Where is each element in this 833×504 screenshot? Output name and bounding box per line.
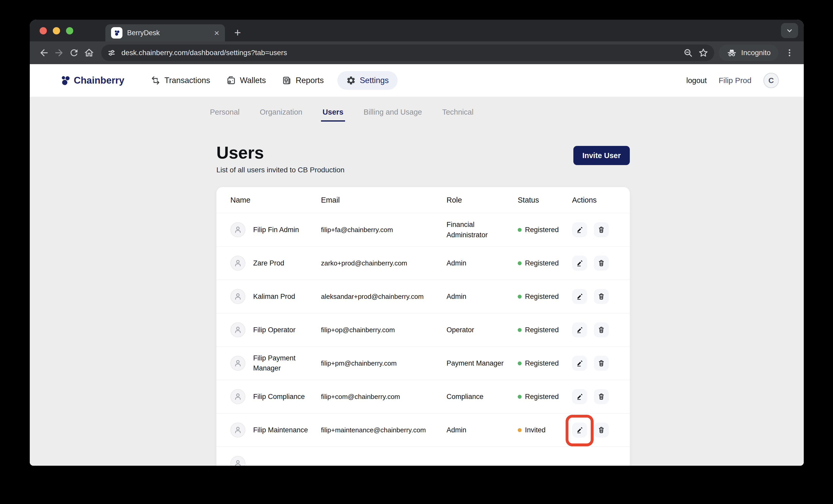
edit-user-button[interactable]	[572, 289, 587, 304]
user-name: Filip Operator	[253, 325, 295, 335]
user-avatar-placeholder	[230, 456, 245, 466]
tab-organization[interactable]: Organization	[258, 108, 304, 122]
delete-user-button[interactable]	[594, 222, 609, 237]
delete-user-button[interactable]	[594, 256, 609, 271]
logout-button[interactable]: logout	[686, 76, 707, 85]
nav-item-transactions[interactable]: Transactions	[148, 71, 213, 90]
table-row: Zare Prod zarko+prod@chainberry.com Admi…	[216, 246, 630, 280]
person-icon	[234, 259, 242, 268]
pencil-edit-icon	[576, 293, 584, 300]
pencil-edit-icon	[576, 326, 584, 334]
users-section: Users List of all users invited to CB Pr…	[216, 122, 630, 466]
user-email: filip+pm@chainberry.com	[321, 359, 447, 368]
address-bar[interactable]: desk.chainberry.com/dashboard/settings?t…	[101, 45, 714, 61]
browser-tab[interactable]: BerryDesk ×	[105, 24, 225, 42]
user-avatar-placeholder	[230, 423, 245, 437]
trash-delete-icon	[597, 293, 605, 300]
tab-close-icon[interactable]: ×	[214, 28, 219, 37]
page-content: Chainberry Transactions	[30, 64, 804, 466]
site-settings-icon[interactable]	[107, 48, 116, 57]
tab-billing-and-usage[interactable]: Billing and Usage	[362, 108, 424, 122]
bookmark-star-icon[interactable]	[698, 48, 709, 58]
nav-label: Transactions	[164, 76, 210, 85]
new-tab-button[interactable]: +	[234, 27, 241, 38]
status-dot	[518, 228, 522, 232]
status-dot	[518, 328, 522, 332]
url-text[interactable]: desk.chainberry.com/dashboard/settings?t…	[121, 49, 678, 57]
wallet-icon	[226, 76, 236, 85]
settings-tabs: Personal Organization Users Billing and …	[208, 108, 804, 122]
edit-user-button[interactable]	[572, 356, 587, 371]
table-row: Filip Maintenance filip+maintenance@chai…	[216, 413, 630, 447]
incognito-badge: Incognito	[719, 45, 778, 61]
gear-icon	[346, 76, 356, 85]
table-body: Filip Fin Admin filip+fa@chainberry.com …	[216, 213, 630, 466]
edit-user-button[interactable]	[572, 222, 587, 237]
delete-user-button[interactable]	[594, 356, 609, 371]
user-name: Kaliman Prod	[253, 292, 295, 302]
invite-user-button[interactable]: Invite User	[573, 146, 630, 165]
nav-item-wallets[interactable]: Wallets	[224, 71, 268, 90]
delete-user-button[interactable]	[594, 423, 609, 437]
zoom-out-indicator-icon[interactable]	[683, 48, 693, 58]
user-avatar-placeholder	[230, 222, 245, 237]
browser-toolbar: desk.chainberry.com/dashboard/settings?t…	[30, 42, 804, 64]
nav-item-reports[interactable]: Reports	[279, 71, 327, 90]
user-name-label: Filip Prod	[719, 76, 752, 85]
main-nav: Transactions Wallets	[148, 71, 397, 90]
tab-personal[interactable]: Personal	[208, 108, 241, 122]
status-dot	[518, 261, 522, 265]
status-label: Registered	[525, 393, 559, 401]
user-email: filip+com@chainberry.com	[321, 393, 447, 401]
trash-delete-icon	[597, 426, 605, 434]
status-label: Registered	[525, 359, 559, 368]
maximize-window-button[interactable]	[66, 27, 73, 34]
close-window-button[interactable]	[40, 27, 47, 34]
table-row: Filip Operator filip+op@chainberry.com O…	[216, 313, 630, 347]
nav-label: Reports	[295, 76, 324, 85]
user-role: Operator	[447, 325, 513, 335]
transactions-icon	[151, 76, 161, 85]
nav-item-settings[interactable]: Settings	[337, 71, 398, 90]
delete-user-button[interactable]	[594, 322, 609, 337]
person-icon	[234, 392, 242, 401]
delete-user-button[interactable]	[594, 389, 609, 404]
edit-user-button[interactable]	[572, 423, 587, 437]
user-role: Admin	[447, 258, 513, 269]
tab-users[interactable]: Users	[321, 108, 345, 122]
back-arrow-icon	[39, 47, 49, 58]
tab-title: BerryDesk	[127, 29, 209, 37]
reload-button[interactable]	[67, 45, 81, 60]
trash-delete-icon	[597, 359, 605, 367]
user-role: Payment Manager	[447, 358, 513, 369]
edit-user-button[interactable]	[572, 256, 587, 271]
desktop: { "browser": { "tab_title": "BerryDesk",…	[0, 0, 833, 504]
home-button[interactable]	[81, 45, 97, 60]
forward-arrow-icon	[53, 47, 65, 58]
user-role: Financial Administrator	[447, 219, 513, 241]
page-subtitle: List of all users invited to CB Producti…	[216, 166, 344, 174]
pencil-edit-icon	[576, 426, 584, 434]
edit-user-button[interactable]	[572, 322, 587, 337]
status-dot	[518, 361, 522, 365]
delete-user-button[interactable]	[594, 289, 609, 304]
status-label: Registered	[525, 326, 559, 334]
forward-button[interactable]	[51, 45, 67, 60]
tab-technical[interactable]: Technical	[441, 108, 475, 122]
chainberry-logo[interactable]: Chainberry	[59, 75, 124, 86]
column-status: Status	[518, 196, 572, 204]
status-dot	[518, 428, 522, 432]
back-button[interactable]	[37, 45, 51, 60]
nav-label: Settings	[360, 76, 389, 85]
page-head: Users List of all users invited to CB Pr…	[216, 144, 630, 174]
person-icon	[234, 426, 242, 434]
status-dot	[518, 295, 522, 299]
user-avatar[interactable]: C	[763, 73, 779, 88]
user-name: Filip Payment Manager	[253, 353, 309, 373]
browser-menu-button[interactable]	[782, 45, 797, 60]
edit-user-button[interactable]	[572, 389, 587, 404]
column-email: Email	[321, 196, 447, 204]
tab-search-button[interactable]	[781, 23, 798, 38]
minimize-window-button[interactable]	[53, 27, 60, 34]
person-icon	[234, 459, 242, 466]
